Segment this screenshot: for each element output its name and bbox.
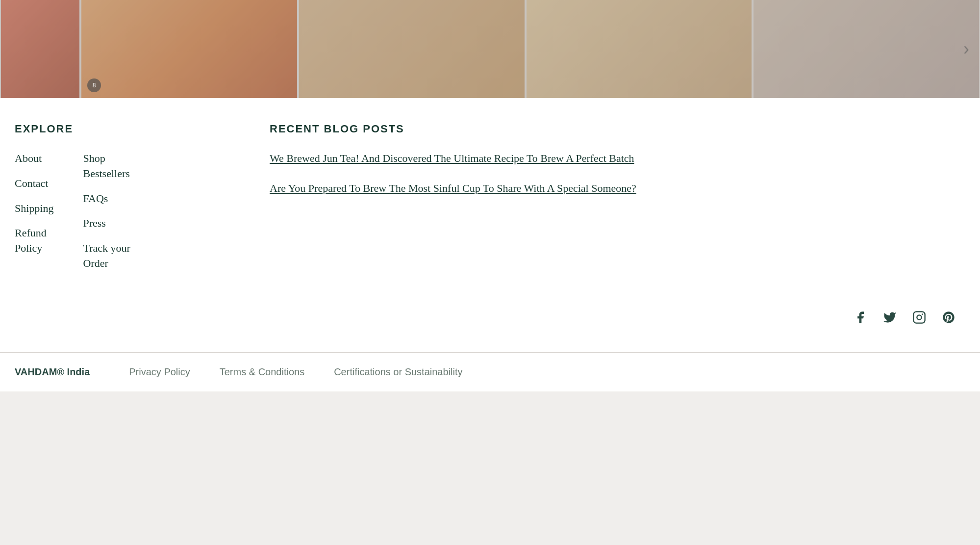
svg-point-2 <box>922 313 923 315</box>
image-tile-1 <box>1 0 79 98</box>
explore-link-shipping[interactable]: Shipping <box>15 201 53 216</box>
blog-title: RECENT BLOG POSTS <box>270 123 965 135</box>
explore-links-grid: About Contact Shipping RefundPolicy Shop… <box>15 151 240 281</box>
footer-main: EXPLORE About Contact Shipping RefundPol… <box>0 98 980 352</box>
explore-link-shop[interactable]: ShopBestsellers <box>83 151 130 182</box>
explore-link-refund[interactable]: RefundPolicy <box>15 226 53 256</box>
instagram-icon[interactable] <box>912 311 926 328</box>
footer-bottom: VAHDAM® India Privacy Policy Terms & Con… <box>0 352 980 391</box>
svg-point-1 <box>917 315 921 319</box>
explore-col-2: ShopBestsellers FAQs Press Track yourOrd… <box>83 151 130 281</box>
explore-link-contact[interactable]: Contact <box>15 176 53 191</box>
privacy-policy-link[interactable]: Privacy Policy <box>129 366 190 378</box>
terms-conditions-link[interactable]: Terms & Conditions <box>220 366 304 378</box>
explore-link-faqs[interactable]: FAQs <box>83 191 130 207</box>
image-tile-3 <box>299 0 525 98</box>
twitter-icon[interactable] <box>883 311 897 328</box>
explore-link-press[interactable]: Press <box>83 216 130 231</box>
explore-title: EXPLORE <box>15 123 240 135</box>
footer-columns: EXPLORE About Contact Shipping RefundPol… <box>15 123 965 281</box>
social-row <box>15 281 965 328</box>
blog-section: RECENT BLOG POSTS We Brewed Jun Tea! And… <box>260 123 965 281</box>
explore-col-1: About Contact Shipping RefundPolicy <box>15 151 53 281</box>
image-tile-4 <box>527 0 752 98</box>
pinterest-icon[interactable] <box>942 311 955 328</box>
explore-link-track[interactable]: Track yourOrder <box>83 241 130 271</box>
image-tile-5: › <box>754 0 979 98</box>
explore-section: EXPLORE About Contact Shipping RefundPol… <box>15 123 260 281</box>
image-tile-2: 8 <box>81 0 297 98</box>
blog-post-1[interactable]: We Brewed Jun Tea! And Discovered The Ul… <box>270 151 965 166</box>
image-strip: 8 › <box>0 0 980 98</box>
svg-rect-0 <box>913 311 925 323</box>
blog-post-2[interactable]: Are You Prepared To Brew The Most Sinful… <box>270 181 965 196</box>
tile-badge: 8 <box>87 78 101 92</box>
certifications-link[interactable]: Certifications or Sustainability <box>334 366 462 378</box>
facebook-icon[interactable] <box>854 311 867 328</box>
brand-name: VAHDAM® India <box>15 366 90 378</box>
explore-link-about[interactable]: About <box>15 151 53 166</box>
next-arrow[interactable]: › <box>963 39 969 59</box>
